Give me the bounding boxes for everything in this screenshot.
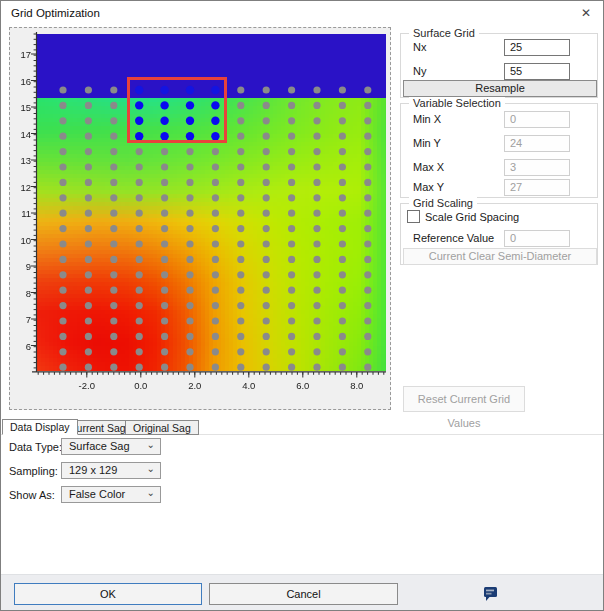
resample-button[interactable]: Resample [403,80,597,97]
chevron-down-icon: ⌄ [147,437,155,452]
show-as-value: False Color [69,488,125,500]
y-axis-tick-label: 15 [11,102,31,113]
data-type-dropdown[interactable]: Surface Sag ⌄ [61,438,161,455]
scale-grid-spacing-label: Scale Grid Spacing [425,211,519,223]
grid-optimization-dialog: Grid Optimization ✕ 17161514131211109876… [0,0,604,611]
sag-plot-panel: 17161514131211109876-2.00.02.04.06.08.0 [9,27,391,410]
cancel-button[interactable]: Cancel [209,583,398,605]
ny-input[interactable]: 55 [504,63,570,80]
tab-original-sag[interactable]: Original Sag [125,420,199,435]
sampling-dropdown[interactable]: 129 x 129 ⌄ [61,462,161,479]
y-axis-tick-label: 8 [11,288,31,299]
y-axis-tick-label: 6 [11,341,31,352]
sampling-value: 129 x 129 [69,464,117,476]
y-axis-tick-label: 14 [11,129,31,140]
y-axis-tick-label: 12 [11,182,31,193]
variable-selection-group: Variable Selection Min X 0 Min Y 24 Max … [400,103,598,198]
show-as-dropdown[interactable]: False Color ⌄ [61,486,161,503]
x-axis-tick-label: 2.0 [180,380,210,391]
nx-label: Nx [413,41,426,53]
reference-value-input: 0 [504,230,570,247]
grid-scaling-group: Grid Scaling Scale Grid Spacing Referenc… [400,203,598,265]
data-type-value: Surface Sag [69,440,130,452]
chevron-down-icon: ⌄ [147,485,155,500]
variable-selection-title: Variable Selection [409,97,505,109]
max-x-input: 3 [504,159,570,176]
feedback-comment-icon[interactable] [483,586,499,604]
y-axis-tick-label: 7 [11,314,31,325]
false-color-sag-plot[interactable] [10,28,392,411]
close-icon[interactable]: ✕ [579,6,593,20]
x-axis-tick-label: 0.0 [126,380,156,391]
surface-grid-group: Surface Grid Nx 25 Ny 55 Resample [400,33,598,98]
ny-label: Ny [413,65,426,77]
x-axis-tick-label: 8.0 [342,380,372,391]
show-as-label: Show As: [9,489,55,501]
grid-scaling-title: Grid Scaling [409,197,477,209]
min-x-label: Min X [413,113,441,125]
y-axis-tick-label: 10 [11,235,31,246]
y-axis-tick-label: 16 [11,76,31,87]
data-type-label: Data Type: [9,441,62,453]
tab-strip: Data Display Current Sag Original Sag [1,420,604,435]
max-y-input: 27 [504,179,570,196]
x-axis-tick-label: -2.0 [72,380,102,391]
title-bar: Grid Optimization ✕ [1,1,603,25]
x-axis-tick-label: 4.0 [234,380,264,391]
nx-input[interactable]: 25 [504,39,570,56]
y-axis-tick-label: 11 [11,208,31,219]
reset-current-grid-values-button: Reset Current Grid Values [403,386,525,412]
tab-data-display[interactable]: Data Display [2,419,78,435]
y-axis-tick-label: 17 [11,49,31,60]
y-axis-tick-label: 13 [11,155,31,166]
max-y-label: Max Y [413,181,444,193]
surface-grid-title: Surface Grid [409,27,479,39]
min-y-input: 24 [504,135,570,152]
x-axis-tick-label: 6.0 [288,380,318,391]
scale-grid-spacing-checkbox[interactable] [407,210,420,223]
y-axis-tick-label: 9 [11,261,31,272]
current-clear-semi-diameter-button: Current Clear Semi-Diameter [403,248,597,265]
sampling-label: Sampling: [9,465,58,477]
reference-value-label: Reference Value [413,232,494,244]
dialog-title: Grid Optimization [11,7,100,19]
footer-bar: OK Cancel [1,574,604,611]
min-x-input: 0 [504,111,570,128]
ok-button[interactable]: OK [14,583,202,605]
max-x-label: Max X [413,161,444,173]
min-y-label: Min Y [413,137,441,149]
chevron-down-icon: ⌄ [147,461,155,476]
